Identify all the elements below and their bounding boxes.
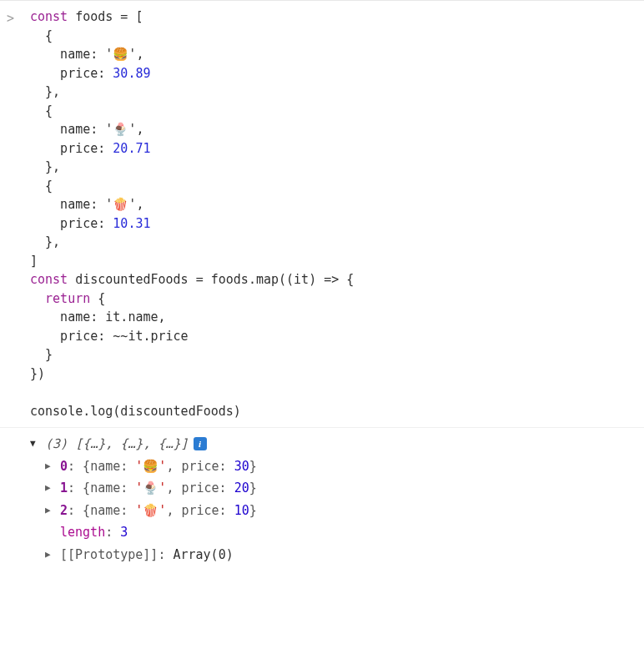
code-token: console.log(discountedFoods)	[30, 404, 241, 419]
code-token	[30, 291, 45, 306]
code-token: 20.71	[113, 141, 150, 156]
code-token: name:	[30, 47, 105, 62]
array-summary: (3) [{…}, {…}, {…}]	[45, 435, 189, 454]
code-token: {	[30, 179, 53, 194]
code-token: ]	[30, 254, 38, 269]
code-token: },	[30, 234, 60, 249]
code-token: foods = [	[68, 9, 143, 24]
code-token: name:	[30, 197, 105, 212]
code-token: price:	[30, 141, 113, 156]
code-token: name:	[30, 122, 105, 137]
console-output-entry: ▼ (3) [{…}, {…}, {…}] i ▶0: {name: '🍔', …	[0, 427, 644, 571]
code-line: },	[30, 158, 354, 177]
code-line: })	[30, 365, 354, 384]
info-badge-icon[interactable]: i	[194, 437, 207, 450]
disclosure-triangle-collapsed-icon[interactable]: ▶	[45, 548, 55, 562]
code-token: const	[30, 9, 68, 24]
console-input-entry: > const foods = [ { name: '🍔', price: 30…	[0, 0, 644, 424]
array-item-row[interactable]: ▶0: {name: '🍔', price: 30}	[45, 455, 637, 478]
disclosure-triangle-collapsed-icon[interactable]: ▶	[45, 481, 55, 496]
code-token: price:	[30, 66, 113, 81]
code-line: price: ~~it.price	[30, 327, 354, 346]
code-line: const discountedFoods = foods.map((it) =…	[30, 270, 354, 289]
output-summary-row[interactable]: ▼ (3) [{…}, {…}, {…}] i	[30, 433, 637, 455]
code-token: {	[90, 291, 105, 306]
array-item-row[interactable]: ▶2: {name: '🍿', price: 10}	[45, 500, 637, 522]
code-line: console.log(discountedFoods)	[30, 402, 354, 421]
code-line: price: 20.71	[30, 139, 354, 158]
code-line: {	[30, 27, 354, 46]
disclosure-triangle-collapsed-icon[interactable]: ▶	[45, 460, 55, 474]
code-line: {	[30, 177, 354, 196]
code-line: price: 10.31	[30, 214, 354, 234]
code-token: ,	[136, 122, 143, 137]
code-token: },	[30, 159, 60, 174]
code-token: ,	[136, 197, 143, 212]
code-token: discountedFoods = foods.map((it) => {	[68, 272, 354, 287]
disclosure-triangle-expanded-icon[interactable]: ▼	[30, 437, 40, 451]
code-token: ,	[136, 47, 143, 62]
code-line: }	[30, 345, 354, 365]
code-line: name: '🍨',	[30, 120, 354, 139]
code-line: },	[30, 83, 354, 102]
disclosure-triangle-collapsed-icon[interactable]: ▶	[45, 504, 55, 518]
code-line: name: '🍿',	[30, 195, 354, 214]
code-line: },	[30, 233, 354, 252]
code-token: const	[30, 272, 68, 287]
code-token: '🍔'	[105, 47, 136, 62]
code-line: return {	[30, 289, 354, 309]
code-token: price: ~~it.price	[30, 329, 189, 344]
array-items: ▶0: {name: '🍔', price: 30}▶1: {name: '🍨'…	[30, 455, 637, 522]
array-prototype-row[interactable]: ▶ [[Prototype]]: Array(0)	[30, 544, 637, 566]
code-token: 10.31	[113, 216, 150, 231]
code-token: }	[30, 347, 53, 362]
code-line	[30, 383, 354, 402]
code-line: ]	[30, 252, 354, 271]
code-line: price: 30.89	[30, 64, 354, 83]
code-token: name: it.name,	[30, 309, 166, 324]
input-prompt-icon: >	[7, 8, 30, 420]
code-line: const foods = [	[30, 8, 354, 27]
code-token: price:	[30, 216, 113, 231]
array-item-content: 1: {name: '🍨', price: 20}	[60, 479, 257, 498]
code-token: },	[30, 84, 60, 99]
code-token: {	[30, 103, 53, 118]
code-line: name: it.name,	[30, 308, 354, 327]
array-length-row: length: 3	[30, 521, 637, 544]
code-line: name: '🍔',	[30, 45, 354, 64]
code-token: '🍿'	[105, 197, 136, 212]
array-item-content: 2: {name: '🍿', price: 10}	[60, 501, 257, 521]
code-token: {	[30, 28, 53, 43]
code-token: })	[30, 366, 45, 381]
code-token: 30.89	[113, 66, 150, 81]
array-item-row[interactable]: ▶1: {name: '🍨', price: 20}	[45, 477, 637, 500]
array-item-content: 0: {name: '🍔', price: 30}	[60, 457, 257, 476]
code-line: {	[30, 102, 354, 121]
code-token: '🍨'	[105, 122, 136, 137]
code-block[interactable]: const foods = [ { name: '🍔', price: 30.8…	[30, 8, 354, 420]
code-token: return	[45, 291, 90, 306]
